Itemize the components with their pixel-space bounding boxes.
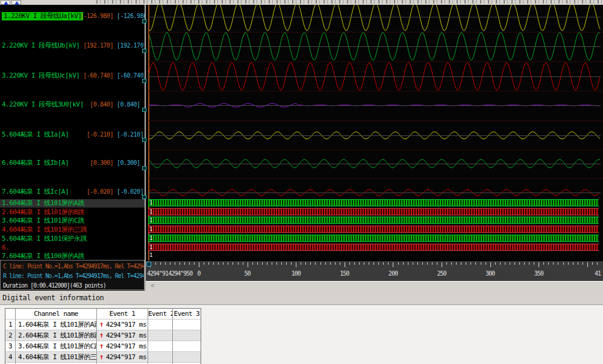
- analog-channel-label[interactable]: 1.220KV I 段母线Ua[kV]: [2, 12, 83, 20]
- analog-channel-label[interactable]: 4.220KV I 段母线3U0[kV]: [2, 100, 84, 109]
- axis-tick: [359, 262, 360, 265]
- zero-line: [148, 46, 601, 47]
- analog-waveforms: [146, 5, 603, 199]
- axis-tick: [393, 262, 393, 267]
- analog-channel-label[interactable]: 2.220KV I 段母线Ub[kV]: [2, 42, 80, 50]
- analog-channel-row: 3.220KV I 段母线Uc[kV][-60.740][-60.740]: [0, 72, 145, 80]
- event-channel-name: 1.604柘泉 I 线101屏的A跳: [16, 319, 97, 330]
- event-table-header-cell: Event 3: [173, 309, 201, 319]
- channel-separator: [146, 178, 603, 179]
- axis-tick: [330, 262, 331, 265]
- zero-line: [148, 105, 601, 106]
- axis-tick: [305, 262, 306, 265]
- digital-channel-label[interactable]: 2.604柘泉 I 线101屏的B跳: [0, 208, 84, 216]
- axis-tick: [165, 262, 166, 265]
- horizontal-scrollbar[interactable]: <: [146, 281, 603, 291]
- cursor-status-box: C line: Point No.=1,Abs T=4294917ms, Rel…: [0, 260, 145, 290]
- digital-event-table: Channel nameEvent 1Event 2Event 311.604柘…: [5, 308, 201, 364]
- axis-cursor-marker[interactable]: [146, 262, 151, 267]
- event-time: 4294"917 ms: [106, 321, 146, 329]
- axis-tick: [345, 262, 345, 267]
- zero-line-handle[interactable]: [142, 138, 146, 142]
- axis-prefix-label: 4294"914294"950: [147, 270, 192, 277]
- axis-tick: [442, 262, 442, 267]
- digital-bar-value: 1: [149, 235, 152, 242]
- axis-tick: [228, 262, 228, 265]
- zero-line-handle[interactable]: [142, 79, 146, 83]
- axis-tick: [315, 262, 316, 265]
- axis-tick: [277, 262, 277, 265]
- analog-channel-label[interactable]: 6.604柘泉 I 线Ib[A]: [2, 159, 69, 167]
- axis-tick: [398, 262, 399, 265]
- scroll-left-arrow[interactable]: <: [151, 282, 154, 289]
- axis-tick: [243, 262, 243, 265]
- event-channel-name: 2.604柘泉 I 线101屏的B跳: [16, 330, 97, 341]
- analog-channel-row: 4.220KV I 段母线3U0[kV][0.840][0.840]: [0, 100, 145, 109]
- digital-channel-label[interactable]: 3.604柘泉 I 线101屏的C跳: [0, 217, 84, 224]
- event-table-row[interactable]: 22.604柘泉 I 线101屏的B跳↑4294"917 ms: [5, 330, 201, 341]
- event-time: 4294"917 ms: [106, 342, 146, 350]
- axis-tick: [553, 262, 554, 265]
- toolbar-button-1[interactable]: [1, 0, 10, 5]
- axis-tick: [349, 262, 350, 265]
- event-time: 4294"917 ms: [106, 353, 146, 361]
- axis-tick: [388, 262, 389, 265]
- axis-tick: [490, 262, 491, 267]
- zero-line-handle[interactable]: [142, 166, 146, 170]
- axis-tick: [456, 262, 457, 265]
- axis-tick: [373, 262, 374, 265]
- digital-channel-label[interactable]: 4.604柘泉 I 线101屏的三跳: [0, 226, 87, 233]
- digital-bar-red: 1: [148, 208, 599, 215]
- event-3-cell: [173, 351, 201, 362]
- axis-tick: [451, 262, 452, 265]
- analog-value-primary: [-60.740]: [83, 72, 113, 80]
- event-row-number: 1: [5, 319, 16, 330]
- analog-channel-label[interactable]: 5.604柘泉 I 线Ia[A]: [2, 131, 69, 139]
- analog-value-secondary: [-60.740]: [117, 72, 145, 80]
- event-table-row[interactable]: 44.604柘泉 I 线101屏的三跳↑4294"917 ms: [5, 351, 201, 362]
- digital-channel-label[interactable]: 5.604柘泉 I 线101保护永跳: [0, 235, 87, 242]
- event-table-header-cell: Channel name: [16, 309, 97, 319]
- digital-bar-green: 1: [148, 199, 599, 206]
- axis-tick: [199, 262, 199, 267]
- zero-line-handle[interactable]: [142, 108, 146, 112]
- axis-tick: [466, 262, 466, 265]
- digital-bar-value: 1: [149, 217, 152, 224]
- event-2-cell: [148, 351, 173, 362]
- zero-line-handle[interactable]: [142, 195, 146, 199]
- channel-separator: [146, 32, 603, 32]
- axis-tick: [558, 262, 558, 265]
- analog-channel-label[interactable]: 3.220KV I 段母线Uc[kV]: [2, 72, 80, 80]
- rising-edge-arrow-icon: ↑: [97, 342, 106, 350]
- digital-channel-label[interactable]: 7.604柘泉 I 线100屏的A跳: [0, 252, 84, 260]
- toolbar-button-2[interactable]: [11, 0, 21, 5]
- duration-status: Duration [0:00.412000](463 points): [3, 282, 106, 289]
- axis-tick: [291, 262, 292, 265]
- digital-event-section-header: Digital event information: [0, 291, 603, 305]
- event-channel-name: 4.604柘泉 I 线101屏的三跳: [16, 351, 97, 362]
- event-2-cell: [148, 341, 173, 351]
- analog-value-primary: [0.840]: [90, 100, 113, 109]
- axis-tick: [524, 262, 525, 265]
- digital-channel-row: 7.604柘泉 I 线100屏的A跳: [0, 252, 145, 260]
- event-table-row[interactable]: 33.604柘泉 I 线101屏的C跳↑4294"917 ms: [5, 341, 201, 351]
- event-table-header-cell: Event 1: [97, 309, 148, 319]
- digital-channel-label[interactable]: 1.604柘泉 I 线101屏的A跳: [0, 199, 84, 207]
- event-channel-name: 3.604柘泉 I 线101屏的C跳: [16, 341, 97, 351]
- event-2-cell: [148, 330, 173, 341]
- axis-tick: [218, 262, 219, 265]
- digital-bar-value: 1: [149, 200, 152, 206]
- axis-tick: [543, 262, 544, 265]
- analog-channel-label[interactable]: 7.604柘泉 I 线Ic[A]: [2, 188, 69, 196]
- axis-tick: [233, 262, 233, 265]
- digital-bar-value: 1: [149, 209, 152, 215]
- axis-tick: [514, 262, 515, 265]
- channel-separator: [146, 61, 603, 62]
- zero-line-handle[interactable]: [142, 49, 146, 53]
- event-table-row[interactable]: 11.604柘泉 I 线101屏的A跳↑4294"917 ms: [5, 319, 201, 330]
- axis-tick: [310, 262, 311, 265]
- digital-bar-green: 1: [148, 217, 599, 224]
- analog-channel-row: 2.220KV I 段母线Ub[kV][192.170][192.170]: [0, 42, 145, 50]
- digital-channel-label[interactable]: 6.: [0, 244, 9, 251]
- zero-line-handle[interactable]: [142, 19, 146, 23]
